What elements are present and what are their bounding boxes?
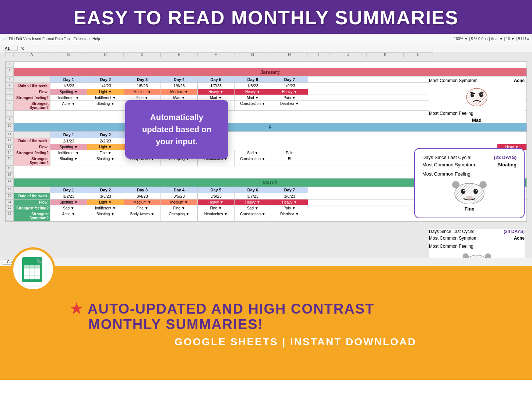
mar-days-label: Days Since Last Cycle: [429,229,474,234]
jan-day1-header: Day 1 [50,77,87,82]
january-summary: Most Common Symptom: Acne [429,78,525,123]
svg-point-5 [482,94,483,95]
formula-bar: A1 fx [0,44,532,52]
january-title: January [14,68,526,76]
header-title: EASY TO READ MONTHLY SUMMARIES [4,7,528,29]
feb-symptom-value: Bloating [497,162,517,167]
jan-feeling-value: Mad [429,117,525,123]
feb-days-label: Days Since Last Cycle: [422,155,472,160]
svg-point-1 [466,88,487,106]
angry-face-area [429,85,525,109]
bottom-text-area: ★ AUTO-UPDATED AND HIGH CONTRAST MONTHLY… [11,298,521,348]
bottom-title-row: ★ AUTO-UPDATED AND HIGH CONTRAST [70,301,521,317]
toolbar: 📄 File Edit View Insert Format Data Tool… [0,34,532,44]
feb-dates-row: 12 Date of the week: 2/1/23 2/2/23 2/3/2… [6,138,526,144]
fine-face-icon [449,180,490,204]
mar-symptom-value: Acne [514,236,525,241]
bottom-subtitle: GOOGLE SHEETS | INSTANT DOWNLOAD [70,336,521,348]
column-headers: A B C D E F G H I J K L [5,52,527,57]
date-label: Date of the week: [14,83,50,89]
sheet-tabs: Controls + [0,258,532,266]
jan-symptom-label: Most Common Symptom: [429,78,479,83]
mar-symptom-label: Most Common Symptom: [429,236,479,241]
spreadsheet-area: 📄 File Edit View Insert Format Data Tool… [0,34,532,266]
svg-point-11 [481,183,485,187]
february-header-row: 10 F [6,123,526,132]
mar-feeling-label: Most Common Feeling: [429,244,475,249]
feb-feeling-value: Fine [422,206,517,212]
svg-rect-37 [24,265,40,268]
google-sheets-icon [11,247,55,292]
feb-days-value: (23 DAYS) [494,155,517,160]
svg-point-14 [461,189,465,194]
cell-reference: A1 [3,46,18,51]
mar-days-value: (24 DAYS) [504,229,525,234]
bottom-main-title: AUTO-UPDATED AND HIGH CONTRAST [88,301,374,317]
header-banner: EASY TO READ MONTHLY SUMMARIES [0,0,532,34]
bottom-title2-row: MONTHLY SUMMARIES! [70,317,521,332]
auto-update-popup: Automatically updated based on your inpu… [125,100,228,159]
february-summary-card: Days Since Last Cycle: (23 DAYS) Most Co… [414,148,525,218]
svg-point-17 [476,190,477,191]
january-header-row: 2 January [6,68,526,77]
angry-face-icon [462,85,492,107]
svg-point-9 [454,183,458,187]
jan-symptom-value: Acne [514,78,525,83]
feb-feeling-label: Most Common Feeling: [422,171,472,177]
fine-face-area [422,180,517,205]
svg-point-18 [466,196,473,200]
feb-symptom-label: Most Common Symptom: [422,162,476,167]
feb-day-headers: 11 Day 1 Day 2 Day 3 D [6,132,526,138]
svg-point-15 [473,189,478,194]
february-title: F [14,123,526,131]
svg-point-16 [463,190,465,191]
star-icon: ★ [70,301,83,317]
bottom-section: ★ AUTO-UPDATED AND HIGH CONTRAST MONTHLY… [0,266,532,380]
svg-point-13 [455,183,484,204]
google-sheets-svg [19,254,47,285]
svg-point-4 [473,94,474,95]
bottom-title2: MONTHLY SUMMARIES! [88,317,263,332]
jan-feeling-label: Most Common Feeling: [429,111,475,116]
